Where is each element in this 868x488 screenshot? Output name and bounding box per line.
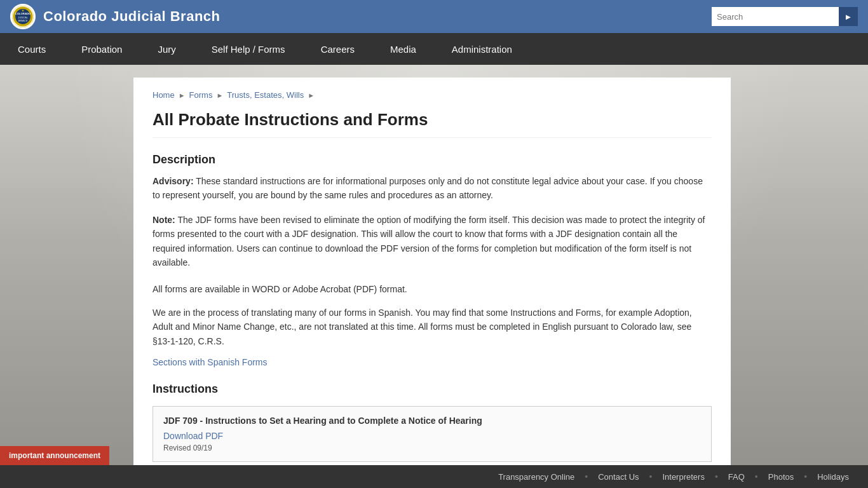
spanish-forms-link[interactable]: Sections with Spanish Forms	[153, 357, 268, 367]
nav-item-courts[interactable]: Courts	[0, 33, 64, 65]
advisory-block: Advisory: These standard instructions ar…	[153, 174, 712, 203]
site-header: COLORADO JUDICIAL BRANCH Colorado Judici…	[0, 0, 868, 33]
instruction-box-revised: Revised 09/19	[163, 444, 701, 452]
footer-faq[interactable]: FAQ	[728, 472, 745, 482]
nav-item-self-help[interactable]: Self Help / Forms	[194, 33, 303, 65]
svg-text:BRANCH: BRANCH	[18, 20, 28, 22]
content-wrapper: Home ► Forms ► Trusts, Estates, Wills ► …	[0, 65, 868, 488]
breadcrumb-home[interactable]: Home	[153, 90, 175, 100]
instruction-box-title: JDF 709 - Instructions to Set a Hearing …	[163, 416, 701, 426]
note-text: The JDF forms have been revised to elimi…	[153, 215, 705, 268]
footer-photos[interactable]: Photos	[768, 472, 794, 482]
nav-item-careers[interactable]: Careers	[303, 33, 372, 65]
para1: All forms are available in WORD or Adobe…	[153, 282, 712, 296]
logo-seal: COLORADO JUDICIAL BRANCH	[10, 4, 36, 29]
footer-sep-2: •	[649, 471, 653, 482]
footer-sep-5: •	[804, 471, 807, 482]
nav-item-jury[interactable]: Jury	[140, 33, 193, 65]
breadcrumb-sep-1: ►	[179, 92, 186, 99]
para2: We are in the process of translating man…	[153, 306, 712, 348]
nav-item-administration[interactable]: Administration	[434, 33, 530, 65]
breadcrumb-forms[interactable]: Forms	[189, 90, 213, 100]
announcement-badge[interactable]: important announcement	[0, 446, 109, 465]
footer-interpreters[interactable]: Interpreters	[662, 472, 704, 482]
nav-item-probation[interactable]: Probation	[64, 33, 140, 65]
description-heading: Description	[153, 153, 712, 166]
svg-text:JUDICIAL: JUDICIAL	[18, 17, 27, 19]
svg-text:COLORADO: COLORADO	[15, 12, 31, 15]
note-block: Note: The JDF forms have been revised to…	[153, 213, 712, 270]
nav-item-media[interactable]: Media	[372, 33, 434, 65]
search-button[interactable]: ►	[839, 7, 858, 26]
breadcrumb-sep-2: ►	[216, 92, 223, 99]
footer-contact[interactable]: Contact Us	[598, 472, 639, 482]
advisory-text: These standard instructions are for info…	[153, 176, 703, 200]
instruction-box: JDF 709 - Instructions to Set a Hearing …	[153, 406, 712, 462]
download-pdf-link[interactable]: Download PDF	[163, 431, 223, 441]
footer-sep-4: •	[755, 471, 758, 482]
footer-holidays[interactable]: Holidays	[817, 472, 849, 482]
footer-transparency[interactable]: Transparency Online	[498, 472, 574, 482]
breadcrumb-trusts[interactable]: Trusts, Estates, Wills	[227, 90, 304, 100]
footer-sep-1: •	[585, 471, 588, 482]
breadcrumb-sep-3: ►	[308, 92, 315, 99]
site-title: Colorado Judicial Branch	[43, 8, 220, 25]
main-nav: Courts Probation Jury Self Help / Forms …	[0, 33, 868, 65]
site-footer: Transparency Online • Contact Us • Inter…	[0, 465, 868, 488]
page-title: All Probate Instructions and Forms	[153, 110, 712, 138]
search-bar: ►	[712, 7, 858, 26]
main-content: Home ► Forms ► Trusts, Estates, Wills ► …	[133, 78, 731, 481]
logo-area: COLORADO JUDICIAL BRANCH Colorado Judici…	[10, 4, 712, 29]
search-input[interactable]	[712, 7, 839, 26]
instructions-heading: Instructions	[153, 383, 712, 396]
footer-sep-3: •	[715, 471, 718, 482]
note-label: Note:	[153, 215, 175, 225]
advisory-label: Advisory:	[153, 176, 194, 186]
breadcrumb: Home ► Forms ► Trusts, Estates, Wills ►	[153, 90, 712, 100]
